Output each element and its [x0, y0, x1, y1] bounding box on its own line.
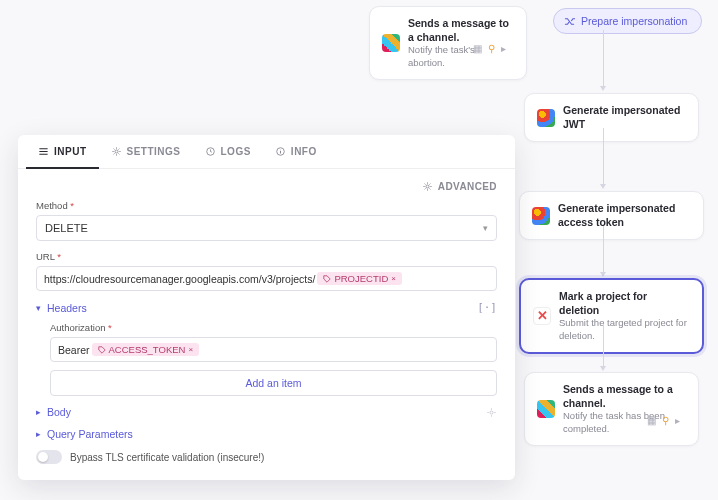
section-label: Body — [47, 406, 71, 418]
method-label: Method — [36, 200, 497, 211]
flow-arrow — [600, 86, 606, 91]
shuffle-icon — [564, 16, 575, 27]
auth-label: Authorization — [50, 322, 497, 333]
body-section[interactable]: ▸ Body — [36, 406, 497, 418]
tab-label: SETTINGS — [127, 146, 181, 157]
flow-line — [603, 324, 604, 368]
gear-icon — [422, 181, 433, 192]
url-label: URL — [36, 251, 497, 262]
add-header-button[interactable]: Add an item — [50, 370, 497, 396]
tab-label: INPUT — [54, 146, 87, 157]
advanced-label: ADVANCED — [438, 181, 497, 192]
node-mark-deletion[interactable]: ✕ Mark a project for deletion Submit the… — [519, 278, 704, 354]
section-label: Headers — [47, 302, 87, 314]
tab-label: LOGS — [221, 146, 251, 157]
variable-chip-access-token[interactable]: ACCESS_TOKEN × — [92, 343, 200, 356]
node-generate-jwt[interactable]: Generate impersonated JWT — [524, 93, 699, 142]
chevron-right-icon: ▸ — [36, 407, 41, 417]
tls-toggle[interactable] — [36, 450, 62, 464]
chevron-down-icon: ▾ — [483, 223, 488, 233]
node-title: Generate impersonated access token — [558, 202, 691, 229]
link-icon[interactable]: ⚲ — [662, 415, 669, 426]
flow-arrow — [600, 272, 606, 277]
clock-icon — [205, 146, 216, 157]
gcp-icon — [532, 207, 550, 225]
auth-input[interactable]: Bearer ACCESS_TOKEN × — [50, 337, 497, 362]
play-icon[interactable]: ▸ — [675, 415, 680, 426]
tag-icon — [323, 275, 331, 283]
slack-icon — [537, 400, 555, 418]
brackets-icon[interactable]: [·] — [477, 301, 497, 314]
advanced-toggle[interactable]: ADVANCED — [36, 181, 497, 192]
node-title: Generate impersonated JWT — [563, 104, 686, 131]
svg-point-3 — [426, 185, 429, 188]
flow-arrow — [600, 184, 606, 189]
chip-close-icon[interactable]: × — [391, 274, 396, 283]
tab-label: INFO — [291, 146, 317, 157]
add-label: Add an item — [245, 377, 301, 389]
chip-close-icon[interactable]: × — [188, 345, 193, 354]
input-icon — [38, 146, 49, 157]
section-label: Query Parameters — [47, 428, 133, 440]
config-panel: INPUT SETTINGS LOGS INFO ADVANCED Method… — [18, 135, 515, 480]
method-select[interactable]: DELETE ▾ — [36, 215, 497, 241]
svg-point-0 — [114, 150, 117, 153]
node-controls[interactable]: ▦ ⚲ ▸ — [647, 415, 680, 426]
x-delete-icon: ✕ — [533, 307, 551, 325]
variable-chip-projectid[interactable]: PROJECTID × — [317, 272, 402, 285]
add-icon[interactable]: ▦ — [473, 43, 482, 54]
query-section[interactable]: ▸ Query Parameters — [36, 428, 497, 440]
tag-icon — [98, 346, 106, 354]
tls-label: Bypass TLS certificate validation (insec… — [70, 452, 264, 463]
node-title: Sends a message to a channel. — [408, 17, 514, 44]
info-icon — [275, 146, 286, 157]
headers-section[interactable]: ▾ Headers [·] — [36, 301, 497, 314]
slack-icon — [382, 34, 400, 52]
tab-logs[interactable]: LOGS — [193, 135, 263, 168]
url-text: https://cloudresourcemanager.googleapis.… — [44, 273, 315, 285]
node-generate-token[interactable]: Generate impersonated access token — [519, 191, 704, 240]
auth-text: Bearer — [58, 344, 90, 356]
flow-arrow — [600, 366, 606, 371]
node-slack-done[interactable]: Sends a message to a channel. Notify the… — [524, 372, 699, 446]
link-icon[interactable]: ⚲ — [488, 43, 495, 54]
chevron-down-icon: ▾ — [36, 303, 41, 313]
gear-icon — [111, 146, 122, 157]
tab-info[interactable]: INFO — [263, 135, 329, 168]
flow-line — [603, 128, 604, 186]
pill-prepare-impersonation[interactable]: Prepare impersonation — [553, 8, 702, 34]
play-icon[interactable]: ▸ — [501, 43, 506, 54]
node-title: Sends a message to a channel. — [563, 383, 686, 410]
chevron-right-icon: ▸ — [36, 429, 41, 439]
tab-settings[interactable]: SETTINGS — [99, 135, 193, 168]
node-subtitle: Submit the targeted project for deletion… — [559, 317, 690, 342]
flow-line — [603, 30, 604, 88]
url-input[interactable]: https://cloudresourcemanager.googleapis.… — [36, 266, 497, 291]
svg-point-4 — [490, 410, 493, 413]
method-value: DELETE — [45, 222, 88, 234]
add-icon[interactable]: ▦ — [647, 415, 656, 426]
node-controls[interactable]: ▦ ⚲ ▸ — [473, 43, 506, 54]
flow-line — [603, 226, 604, 274]
node-title: Mark a project for deletion — [559, 290, 690, 317]
gear-icon[interactable] — [486, 407, 497, 418]
gcp-icon — [537, 109, 555, 127]
pill-label: Prepare impersonation — [581, 15, 687, 27]
tab-bar: INPUT SETTINGS LOGS INFO — [18, 135, 515, 169]
tab-input[interactable]: INPUT — [26, 136, 99, 169]
